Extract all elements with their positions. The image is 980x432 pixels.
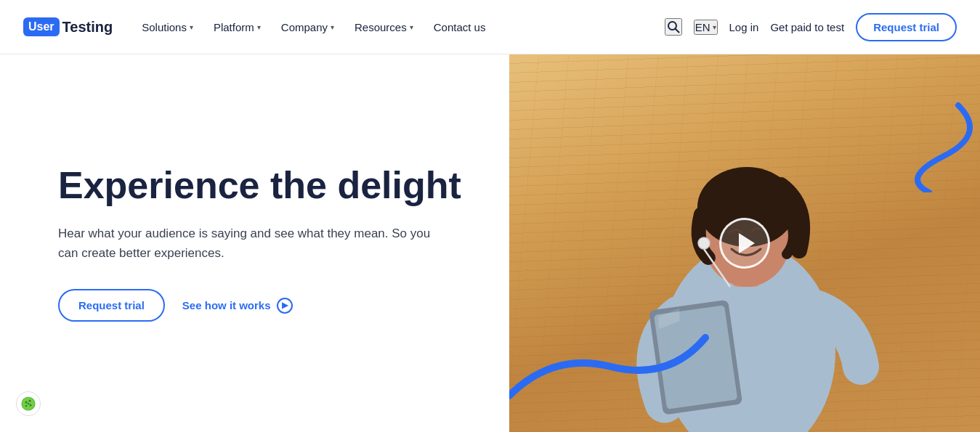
nav-items: Solutions ▾ Platform ▾ Company ▾ Resourc… (133, 15, 664, 39)
hero-subtext: Hear what your audience is saying and se… (58, 224, 436, 263)
svg-point-14 (25, 405, 27, 407)
cookie-consent-button[interactable] (15, 390, 42, 417)
nav-item-solutions[interactable]: Solutions ▾ (133, 15, 202, 39)
nav-right: EN ▾ Log in Get paid to test Request tri… (665, 13, 957, 41)
play-button[interactable] (719, 218, 770, 269)
blue-swoosh-bottom (509, 309, 727, 410)
language-selector[interactable]: EN ▾ (694, 20, 718, 35)
blue-swoosh-top (827, 98, 973, 192)
nav-item-resources[interactable]: Resources ▾ (346, 15, 422, 39)
svg-point-12 (29, 400, 31, 402)
video-scene (509, 54, 980, 432)
chevron-down-icon: ▾ (713, 23, 716, 31)
hero-actions: Request trial See how it works ▶ (58, 289, 466, 322)
svg-point-15 (28, 403, 29, 404)
logo[interactable]: User Testing (23, 17, 113, 36)
play-icon (739, 233, 755, 253)
svg-point-13 (30, 404, 32, 407)
logo-user: User (23, 17, 60, 36)
chevron-down-icon: ▾ (331, 23, 334, 31)
svg-point-11 (25, 402, 28, 404)
svg-line-1 (675, 29, 679, 33)
navbar: User Testing Solutions ▾ Platform ▾ Comp… (0, 0, 980, 54)
nav-item-contact[interactable]: Contact us (425, 15, 495, 39)
request-trial-nav-button[interactable]: Request trial (856, 13, 957, 41)
language-label: EN (695, 21, 710, 33)
request-trial-hero-button[interactable]: Request trial (58, 289, 165, 322)
search-button[interactable] (665, 18, 682, 36)
chevron-down-icon: ▾ (410, 23, 413, 31)
nav-item-platform[interactable]: Platform ▾ (205, 15, 270, 39)
hero-video-area (509, 54, 980, 432)
cookie-svg (20, 396, 36, 412)
hero-headline: Experience the delight (58, 165, 466, 206)
circle-arrow-icon: ▶ (277, 298, 293, 314)
nav-item-company[interactable]: Company ▾ (272, 15, 343, 39)
search-icon (666, 20, 681, 34)
see-how-works-link[interactable]: See how it works ▶ (182, 298, 293, 314)
main-content: Experience the delight Hear what your au… (0, 54, 980, 432)
cookie-icon (16, 391, 41, 416)
login-button[interactable]: Log in (729, 21, 759, 33)
get-paid-button[interactable]: Get paid to test (770, 21, 844, 33)
chevron-down-icon: ▾ (257, 23, 261, 31)
hero-section: Experience the delight Hear what your au… (0, 54, 509, 432)
chevron-down-icon: ▾ (190, 23, 193, 31)
logo-testing: Testing (62, 19, 113, 36)
svg-point-6 (698, 237, 710, 249)
